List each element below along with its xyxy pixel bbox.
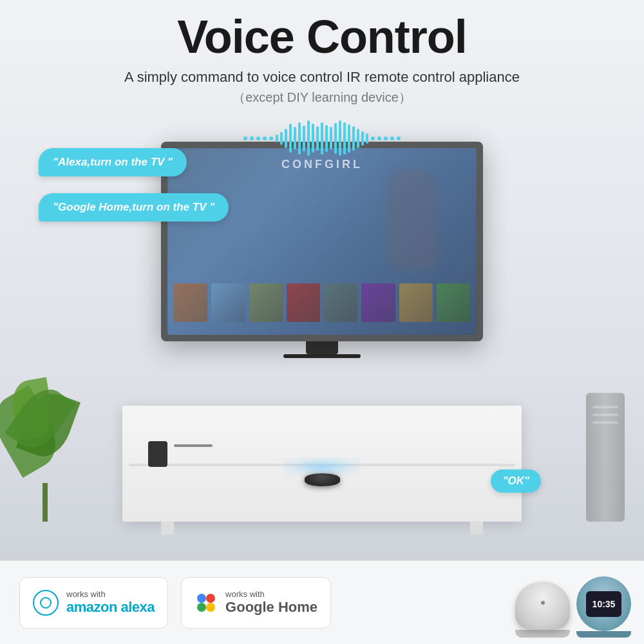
sound-bar — [352, 126, 355, 151]
svg-point-2 — [197, 603, 206, 612]
echo-dot-base — [576, 631, 631, 638]
tv-screen: CONFGIRL — [167, 148, 477, 335]
google-nest-mini — [515, 582, 570, 638]
alexa-bubble-text: "Alexa,turn on the TV " — [53, 156, 173, 168]
cabinet-item — [174, 444, 213, 447]
google-works-with: works with — [225, 589, 317, 599]
dot — [377, 137, 381, 140]
dot — [256, 137, 260, 140]
alexa-badge-text: works with amazon alexa — [66, 589, 155, 616]
soundwave-bars — [276, 120, 368, 156]
dot — [371, 137, 375, 140]
tv-stand — [306, 341, 338, 354]
sound-bar — [294, 127, 296, 149]
speaker-line — [592, 421, 618, 424]
thumb — [287, 283, 320, 322]
alexa-inner-ring — [40, 597, 52, 609]
sound-bar — [316, 126, 319, 151]
google-badge-text: works with Google Home — [225, 589, 317, 616]
dot — [243, 137, 247, 140]
alexa-badge: works with amazon alexa — [19, 577, 168, 629]
device-body — [305, 473, 340, 486]
speaker-line — [592, 406, 618, 408]
speaker-line — [592, 413, 618, 416]
sound-bar — [339, 120, 341, 156]
dot — [250, 137, 254, 140]
sound-bar — [312, 124, 314, 153]
sound-bar — [289, 124, 292, 153]
sound-bar — [285, 129, 287, 148]
tv-container: CONFGIRL — [161, 142, 483, 358]
ok-bubble-text: "OK" — [502, 475, 529, 487]
google-home-icon — [194, 591, 218, 614]
thumb — [361, 283, 395, 322]
thumb — [399, 283, 433, 322]
sound-bar — [348, 124, 350, 153]
thumb — [437, 283, 470, 322]
scene: CONFGIRL — [0, 129, 644, 560]
nest-mini-base — [515, 630, 570, 638]
sound-bar — [325, 125, 328, 152]
smart-speakers-container: 10:35 — [515, 576, 631, 638]
echo-dot-screen: 10:35 — [586, 591, 621, 617]
svg-point-1 — [206, 594, 215, 603]
sound-bar — [343, 122, 346, 155]
ok-bubble: "OK" — [491, 469, 541, 493]
sound-bar — [357, 129, 359, 148]
nest-mini-dot — [541, 601, 545, 605]
cabinet-item — [148, 441, 167, 467]
alexa-bubble: "Alexa,turn on the TV " — [39, 148, 187, 176]
soundwave — [243, 120, 401, 156]
sound-bar — [307, 120, 310, 156]
sound-bar — [330, 127, 332, 149]
alexa-icon — [33, 590, 59, 616]
dot — [384, 137, 388, 140]
tv-base — [283, 354, 361, 358]
thumb — [324, 283, 357, 322]
tv-title: CONFGIRL — [281, 158, 363, 171]
google-icon-container — [194, 591, 218, 614]
svg-point-3 — [206, 603, 215, 612]
echo-time-display: 10:35 — [592, 599, 616, 609]
cabinet-leg — [161, 522, 174, 535]
thumb — [211, 283, 245, 322]
sound-bar — [280, 132, 283, 145]
cabinet-leg — [470, 522, 483, 535]
sound-bar — [321, 122, 323, 155]
sound-bar — [361, 131, 364, 146]
thumb — [174, 283, 207, 322]
sound-bar — [276, 135, 278, 142]
dot — [269, 137, 273, 140]
echo-dot-clock: 10:35 — [576, 576, 631, 638]
tv-figure — [386, 167, 438, 270]
plant-stem — [43, 483, 48, 522]
dot — [397, 137, 401, 140]
bottom-badges-section: works with amazon alexa works with Googl… — [0, 560, 644, 644]
svg-point-0 — [197, 594, 206, 603]
plant-decoration — [13, 393, 77, 522]
tv-frame: CONFGIRL — [161, 142, 483, 341]
smart-device — [283, 457, 361, 486]
google-bubble-text: "Google Home,turn on the TV " — [53, 201, 214, 213]
sound-bar — [303, 126, 305, 151]
subtitle-main: A simply command to voice control IR rem… — [124, 69, 520, 85]
header-section: Voice Control A simply command to voice … — [0, 0, 644, 114]
alexa-icon-ring — [33, 590, 59, 616]
google-bubble: "Google Home,turn on the TV " — [39, 193, 229, 222]
tv-thumbnails — [174, 283, 470, 322]
google-brand: Google Home — [225, 599, 317, 616]
google-icon-svg — [194, 591, 218, 614]
alexa-works-with: works with — [66, 589, 155, 599]
dot — [263, 137, 267, 140]
dot — [390, 137, 394, 140]
alexa-brand: amazon alexa — [66, 599, 155, 616]
sound-bar — [334, 123, 337, 154]
echo-dot-body: 10:35 — [576, 576, 631, 631]
sound-bar — [366, 133, 368, 144]
thumb — [249, 283, 283, 322]
google-home-badge: works with Google Home — [181, 577, 331, 629]
speaker — [586, 393, 625, 522]
main-title: Voice Control — [26, 12, 618, 62]
nest-mini-body — [515, 582, 570, 630]
sound-bar — [298, 122, 301, 155]
